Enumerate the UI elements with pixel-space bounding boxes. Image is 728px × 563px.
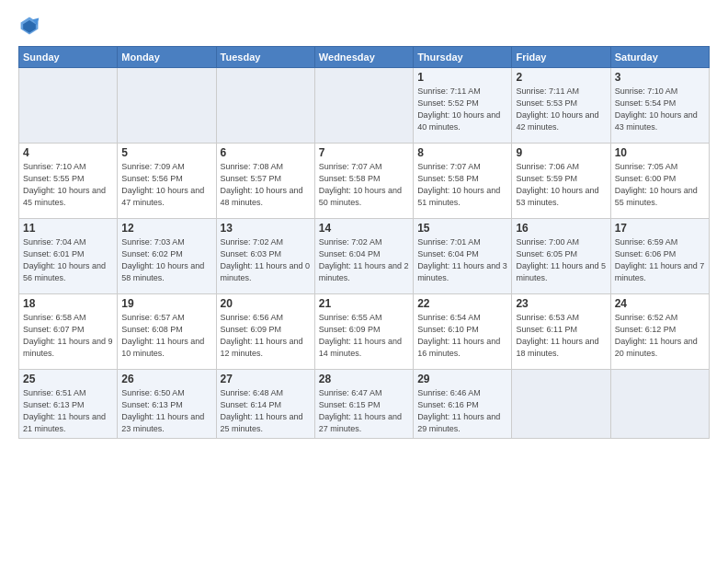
day-number: 20: [221, 297, 311, 310]
day-number: 2: [516, 71, 606, 84]
calendar-week-row: 1Sunrise: 7:11 AMSunset: 5:52 PMDaylight…: [19, 68, 710, 144]
calendar-cell: 28Sunrise: 6:47 AMSunset: 6:15 PMDayligh…: [314, 370, 413, 439]
day-number: 11: [23, 222, 113, 235]
day-info: Sunrise: 7:02 AMSunset: 6:04 PMDaylight:…: [319, 236, 409, 284]
day-number: 22: [417, 297, 507, 310]
day-info: Sunrise: 7:04 AMSunset: 6:01 PMDaylight:…: [23, 236, 113, 284]
weekday-header: Thursday: [414, 47, 512, 68]
weekday-header: Saturday: [610, 47, 709, 68]
calendar-cell: 18Sunrise: 6:58 AMSunset: 6:07 PMDayligh…: [19, 294, 118, 370]
calendar-cell: [512, 370, 610, 439]
day-number: 1: [417, 71, 507, 84]
day-info: Sunrise: 6:46 AMSunset: 6:16 PMDaylight:…: [417, 387, 507, 435]
day-number: 3: [615, 71, 705, 84]
day-number: 6: [221, 146, 311, 159]
day-info: Sunrise: 7:07 AMSunset: 5:58 PMDaylight:…: [319, 161, 409, 209]
day-info: Sunrise: 6:56 AMSunset: 6:09 PMDaylight:…: [221, 312, 311, 360]
day-number: 8: [417, 146, 507, 159]
calendar-header-row: SundayMondayTuesdayWednesdayThursdayFrid…: [19, 47, 710, 68]
weekday-header: Monday: [118, 47, 216, 68]
calendar-cell: 12Sunrise: 7:03 AMSunset: 6:02 PMDayligh…: [118, 219, 216, 294]
calendar-cell: 22Sunrise: 6:54 AMSunset: 6:10 PMDayligh…: [414, 294, 512, 370]
day-number: 16: [516, 222, 606, 235]
day-info: Sunrise: 6:54 AMSunset: 6:10 PMDaylight:…: [417, 312, 507, 360]
calendar-cell: 27Sunrise: 6:48 AMSunset: 6:14 PMDayligh…: [216, 370, 314, 439]
weekday-header: Wednesday: [314, 47, 413, 68]
day-info: Sunrise: 7:11 AMSunset: 5:53 PMDaylight:…: [516, 86, 606, 133]
calendar-cell: [610, 370, 709, 439]
calendar-cell: 25Sunrise: 6:51 AMSunset: 6:13 PMDayligh…: [19, 370, 118, 439]
calendar-cell: 11Sunrise: 7:04 AMSunset: 6:01 PMDayligh…: [19, 219, 118, 294]
calendar-table: SundayMondayTuesdayWednesdayThursdayFrid…: [18, 46, 710, 439]
day-info: Sunrise: 7:10 AMSunset: 5:55 PMDaylight:…: [23, 161, 113, 209]
calendar-week-row: 18Sunrise: 6:58 AMSunset: 6:07 PMDayligh…: [19, 294, 710, 370]
day-number: 4: [23, 146, 113, 159]
day-info: Sunrise: 6:47 AMSunset: 6:15 PMDaylight:…: [319, 387, 409, 435]
day-number: 24: [615, 297, 705, 310]
day-info: Sunrise: 6:48 AMSunset: 6:14 PMDaylight:…: [221, 387, 311, 435]
day-number: 28: [319, 373, 409, 385]
calendar-cell: 8Sunrise: 7:07 AMSunset: 5:58 PMDaylight…: [414, 144, 512, 219]
calendar-cell: 1Sunrise: 7:11 AMSunset: 5:52 PMDaylight…: [414, 68, 512, 144]
calendar-cell: 23Sunrise: 6:53 AMSunset: 6:11 PMDayligh…: [512, 294, 610, 370]
calendar-cell: 2Sunrise: 7:11 AMSunset: 5:53 PMDaylight…: [512, 68, 610, 144]
calendar-week-row: 4Sunrise: 7:10 AMSunset: 5:55 PMDaylight…: [19, 144, 710, 219]
calendar-cell: 5Sunrise: 7:09 AMSunset: 5:56 PMDaylight…: [118, 144, 216, 219]
day-info: Sunrise: 7:10 AMSunset: 5:54 PMDaylight:…: [615, 86, 705, 133]
day-number: 13: [221, 222, 311, 235]
calendar-cell: 26Sunrise: 6:50 AMSunset: 6:13 PMDayligh…: [118, 370, 216, 439]
calendar-week-row: 11Sunrise: 7:04 AMSunset: 6:01 PMDayligh…: [19, 219, 710, 294]
calendar-cell: [19, 68, 118, 144]
day-info: Sunrise: 7:11 AMSunset: 5:52 PMDaylight:…: [417, 86, 507, 133]
calendar-week-row: 25Sunrise: 6:51 AMSunset: 6:13 PMDayligh…: [19, 370, 710, 439]
calendar-cell: 16Sunrise: 7:00 AMSunset: 6:05 PMDayligh…: [512, 219, 610, 294]
calendar-cell: 15Sunrise: 7:01 AMSunset: 6:04 PMDayligh…: [414, 219, 512, 294]
day-number: 14: [319, 222, 409, 235]
logo-icon: [18, 15, 40, 37]
page: SundayMondayTuesdayWednesdayThursdayFrid…: [0, 0, 728, 563]
calendar-cell: 9Sunrise: 7:06 AMSunset: 5:59 PMDaylight…: [512, 144, 610, 219]
calendar-cell: 21Sunrise: 6:55 AMSunset: 6:09 PMDayligh…: [314, 294, 413, 370]
day-info: Sunrise: 7:01 AMSunset: 6:04 PMDaylight:…: [417, 236, 507, 284]
day-info: Sunrise: 6:52 AMSunset: 6:12 PMDaylight:…: [615, 312, 705, 360]
day-info: Sunrise: 7:00 AMSunset: 6:05 PMDaylight:…: [516, 236, 606, 284]
calendar-cell: 14Sunrise: 7:02 AMSunset: 6:04 PMDayligh…: [314, 219, 413, 294]
day-info: Sunrise: 7:05 AMSunset: 6:00 PMDaylight:…: [615, 161, 705, 209]
day-number: 27: [221, 373, 311, 385]
day-info: Sunrise: 7:09 AMSunset: 5:56 PMDaylight:…: [121, 161, 211, 209]
calendar-cell: 7Sunrise: 7:07 AMSunset: 5:58 PMDaylight…: [314, 144, 413, 219]
day-info: Sunrise: 6:59 AMSunset: 6:06 PMDaylight:…: [615, 236, 705, 284]
day-number: 10: [615, 146, 705, 159]
calendar-cell: [314, 68, 413, 144]
day-info: Sunrise: 6:55 AMSunset: 6:09 PMDaylight:…: [319, 312, 409, 360]
day-number: 26: [121, 373, 211, 385]
day-info: Sunrise: 7:03 AMSunset: 6:02 PMDaylight:…: [121, 236, 211, 284]
day-info: Sunrise: 7:07 AMSunset: 5:58 PMDaylight:…: [417, 161, 507, 209]
calendar-cell: 13Sunrise: 7:02 AMSunset: 6:03 PMDayligh…: [216, 219, 314, 294]
weekday-header: Friday: [512, 47, 610, 68]
calendar-cell: 6Sunrise: 7:08 AMSunset: 5:57 PMDaylight…: [216, 144, 314, 219]
day-info: Sunrise: 7:02 AMSunset: 6:03 PMDaylight:…: [221, 236, 311, 284]
day-info: Sunrise: 6:53 AMSunset: 6:11 PMDaylight:…: [516, 312, 606, 360]
day-info: Sunrise: 6:51 AMSunset: 6:13 PMDaylight:…: [23, 387, 113, 435]
day-number: 29: [417, 373, 507, 385]
day-number: 15: [417, 222, 507, 235]
calendar-cell: 20Sunrise: 6:56 AMSunset: 6:09 PMDayligh…: [216, 294, 314, 370]
day-info: Sunrise: 7:06 AMSunset: 5:59 PMDaylight:…: [516, 161, 606, 209]
day-number: 17: [615, 222, 705, 235]
header: [18, 15, 710, 37]
day-number: 21: [319, 297, 409, 310]
calendar-cell: 24Sunrise: 6:52 AMSunset: 6:12 PMDayligh…: [610, 294, 709, 370]
day-info: Sunrise: 6:58 AMSunset: 6:07 PMDaylight:…: [23, 312, 113, 360]
day-number: 19: [121, 297, 211, 310]
day-number: 23: [516, 297, 606, 310]
weekday-header: Sunday: [19, 47, 118, 68]
logo: [18, 15, 44, 37]
calendar-cell: 3Sunrise: 7:10 AMSunset: 5:54 PMDaylight…: [610, 68, 709, 144]
calendar-cell: 29Sunrise: 6:46 AMSunset: 6:16 PMDayligh…: [414, 370, 512, 439]
weekday-header: Tuesday: [216, 47, 314, 68]
day-info: Sunrise: 6:57 AMSunset: 6:08 PMDaylight:…: [121, 312, 211, 360]
day-number: 18: [23, 297, 113, 310]
calendar-cell: [216, 68, 314, 144]
calendar-cell: 4Sunrise: 7:10 AMSunset: 5:55 PMDaylight…: [19, 144, 118, 219]
